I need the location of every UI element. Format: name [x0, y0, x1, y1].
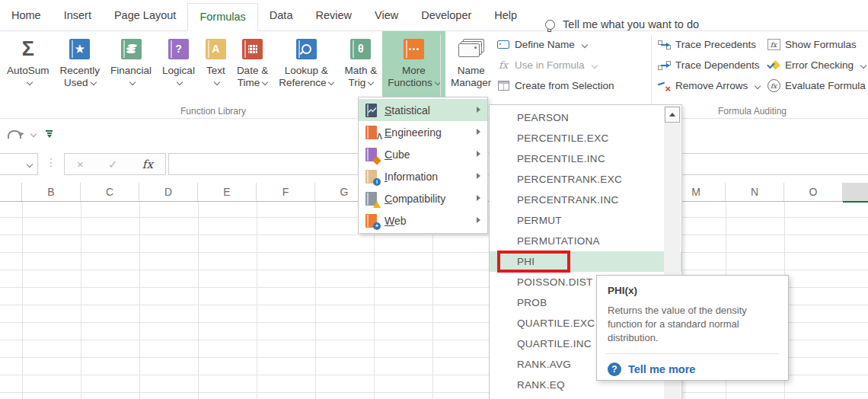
function-library-group-label: Function Library	[180, 106, 246, 117]
group-separator	[651, 35, 652, 114]
tab-data[interactable]: Data	[258, 1, 305, 30]
chevron-down-icon	[27, 79, 33, 85]
define-name-button[interactable]: Define Name	[496, 37, 614, 52]
formula-auditing-col1: Trace Precedents Trace Dependents × Remo…	[657, 37, 760, 93]
trace-precedents-button[interactable]: Trace Precedents	[657, 37, 760, 52]
autosum-button[interactable]: Σ AutoSum	[2, 31, 55, 101]
tab-formulas[interactable]: Formulas	[187, 3, 257, 31]
cube-book-icon	[365, 148, 377, 161]
more-functions-menu: Statistical Λ Engineering Cube i Informa…	[358, 97, 488, 234]
create-from-selection-button[interactable]: Create from Selection	[496, 78, 614, 93]
scroll-up-icon[interactable]	[665, 107, 680, 123]
column-header[interactable]: C	[81, 183, 139, 201]
menu-item-cube[interactable]: Cube	[359, 143, 487, 165]
tell-me-box[interactable]: Tell me what you want to do	[545, 18, 699, 30]
financial-button[interactable]: Financial	[105, 31, 157, 101]
show-formulas-icon	[767, 39, 780, 50]
phi-highlight-annotation	[497, 251, 570, 273]
selected-column-header[interactable]	[843, 183, 868, 203]
submenu-arrow-icon	[477, 129, 480, 135]
insert-function-icon[interactable]: fx	[142, 158, 153, 171]
chevron-down-icon	[591, 62, 597, 68]
lookup-reference-button[interactable]: Lookup & Reference	[273, 31, 339, 101]
redo-icon[interactable]	[8, 130, 21, 139]
chevron-down-icon	[129, 79, 136, 85]
tooltip-body: Returns the value of the density functio…	[608, 304, 771, 345]
chevron-down-icon[interactable]	[30, 131, 37, 137]
function-item-percentrank-inc[interactable]: PERCENTRANK.INC	[490, 190, 681, 210]
tell-me-label: Tell me what you want to do	[563, 18, 699, 30]
name-box-dropdown-icon[interactable]	[27, 161, 33, 168]
menu-item-engineering[interactable]: Λ Engineering	[359, 121, 487, 143]
math-trig-button[interactable]: θ Math & Trig	[339, 31, 382, 101]
tab-review[interactable]: Review	[304, 1, 363, 30]
name-manager-button[interactable]: Name Manager	[445, 31, 496, 101]
trace-dependents-icon	[658, 61, 671, 70]
column-header[interactable]: N	[726, 183, 784, 201]
function-item-pearson[interactable]: PEARSON	[490, 107, 681, 128]
column-header[interactable]: O	[784, 183, 843, 201]
tell-me-more-link[interactable]: ? Tell me more	[608, 362, 777, 376]
tab-home[interactable]: Home	[0, 1, 53, 30]
text-button[interactable]: A Text	[200, 31, 231, 101]
date-time-button[interactable]: Date & Time	[231, 31, 273, 101]
date-time-book-icon	[242, 39, 263, 59]
evaluate-formula-button[interactable]: Evaluate Formula	[767, 78, 866, 93]
text-book-icon: A	[206, 39, 226, 59]
formula-auditing-group-label: Formula Auditing	[718, 106, 787, 117]
logical-book-icon: ?	[168, 39, 189, 59]
trace-dependents-button[interactable]: Trace Dependents	[657, 58, 760, 72]
defined-names-small-buttons: Define Name fx Use in Formula Create fro…	[496, 37, 614, 93]
tab-insert[interactable]: Insert	[53, 1, 103, 30]
function-item-percentile-exc[interactable]: PERCENTILE.EXC	[490, 128, 681, 148]
use-in-formula-fx-icon: fx	[499, 59, 508, 71]
chevron-down-icon	[262, 79, 268, 85]
remove-arrows-button[interactable]: × Remove Arrows	[657, 78, 760, 93]
tab-view[interactable]: View	[363, 1, 410, 30]
menu-item-information[interactable]: i Information	[359, 165, 487, 187]
chevron-down-icon	[177, 79, 183, 85]
error-checking-button[interactable]: Error Checking	[767, 58, 866, 72]
lookup-reference-book-icon	[296, 39, 317, 59]
column-header[interactable]: F	[257, 183, 315, 201]
name-box[interactable]	[0, 153, 38, 175]
column-header[interactable]: E	[198, 183, 257, 201]
enter-icon[interactable]: ✓	[108, 158, 118, 171]
formula-bar-buttons: × ✓ fx	[64, 153, 166, 175]
column-header[interactable]: B	[22, 183, 81, 201]
column-header[interactable]: D	[139, 183, 198, 201]
statistical-book-icon	[365, 104, 377, 117]
more-functions-button[interactable]: More Functions	[382, 31, 445, 101]
tell-me-more-label: Tell me more	[628, 363, 695, 375]
function-item-permut[interactable]: PERMUT	[490, 210, 681, 231]
formula-bar-resize-handle[interactable]: ⋮	[46, 156, 56, 168]
function-item-permutationa[interactable]: PERMUTATIONA	[490, 231, 681, 251]
trace-precedents-icon	[658, 40, 671, 49]
function-item-percentile-inc[interactable]: PERCENTILE.INC	[490, 148, 681, 169]
recently-used-button[interactable]: ★ Recently Used	[55, 31, 106, 101]
error-checking-icon	[767, 60, 780, 71]
information-book-icon: i	[365, 170, 377, 184]
more-functions-book-icon	[404, 39, 424, 59]
chevron-down-icon	[860, 62, 866, 68]
function-library-group: Σ AutoSum ★ Recently Used Financial ? Lo…	[2, 31, 445, 101]
tab-page-layout[interactable]: Page Layout	[103, 1, 187, 30]
ribbon-tab-bar: Home Insert Page Layout Formulas Data Re…	[0, 0, 868, 31]
function-item-percentrank-exc[interactable]: PERCENTRANK.EXC	[490, 169, 681, 190]
chevron-down-icon	[90, 79, 96, 85]
chevron-down-icon	[755, 82, 761, 88]
phi-tooltip: PHI(x) Returns the value of the density …	[596, 275, 789, 381]
show-formulas-button[interactable]: Show Formulas	[767, 37, 866, 52]
menu-item-statistical[interactable]: Statistical	[359, 99, 487, 121]
tab-developer[interactable]: Developer	[410, 1, 483, 30]
create-from-selection-icon	[498, 81, 509, 91]
logical-button[interactable]: ? Logical	[157, 31, 200, 101]
quick-access-toolbar	[0, 119, 364, 149]
customize-quick-access-icon[interactable]	[46, 130, 53, 139]
menu-item-compatibility[interactable]: Compatibility	[359, 187, 487, 209]
cancel-icon[interactable]: ×	[77, 158, 84, 171]
use-in-formula-button[interactable]: fx Use in Formula	[496, 58, 614, 72]
menu-item-web[interactable]: + Web	[359, 209, 487, 231]
tab-help[interactable]: Help	[483, 1, 528, 30]
recently-used-book-icon: ★	[69, 39, 90, 59]
